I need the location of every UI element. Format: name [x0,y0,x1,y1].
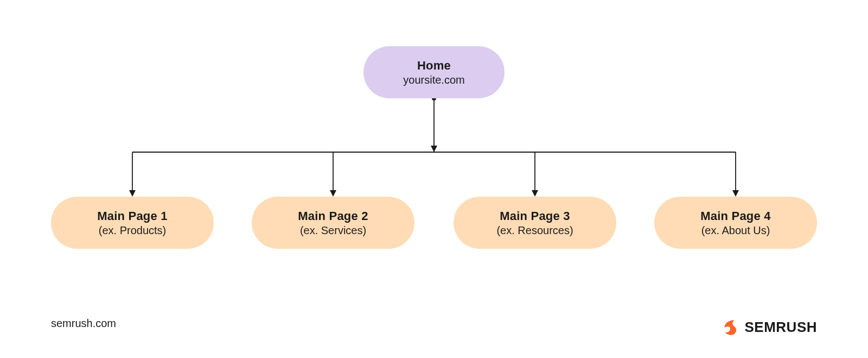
brand-logo: SEMRUSH [720,318,817,336]
node-main-page-2-title: Main Page 2 [298,209,368,223]
node-main-page-1-subtitle: (ex. Products) [99,224,166,237]
node-main-page-4-title: Main Page 4 [700,209,770,223]
svg-marker-8 [129,190,136,197]
node-main-page-4-subtitle: (ex. About Us) [701,224,770,237]
semrush-flame-icon [720,318,739,336]
svg-marker-9 [330,190,336,197]
node-home-subtitle: yoursite.com [403,74,464,86]
node-main-page-4: Main Page 4 (ex. About Us) [654,197,817,249]
node-main-page-3: Main Page 3 (ex. Resources) [454,197,616,249]
site-structure-diagram: Home yoursite.com Main Page 1 (ex. Produ… [0,0,868,358]
brand-name: SEMRUSH [744,319,817,336]
svg-marker-11 [732,190,739,197]
node-home-title: Home [417,59,451,73]
node-main-page-3-title: Main Page 3 [500,209,570,223]
node-main-page-2: Main Page 2 (ex. Services) [252,197,414,249]
node-main-page-2-subtitle: (ex. Services) [300,224,366,237]
node-home: Home yoursite.com [363,46,505,98]
footer-site-text: semrush.com [51,317,116,330]
node-main-page-3-subtitle: (ex. Resources) [496,224,573,237]
svg-marker-7 [431,146,437,152]
node-main-page-1: Main Page 1 (ex. Products) [51,197,214,249]
svg-marker-10 [532,190,538,197]
node-main-page-1-title: Main Page 1 [97,209,167,223]
